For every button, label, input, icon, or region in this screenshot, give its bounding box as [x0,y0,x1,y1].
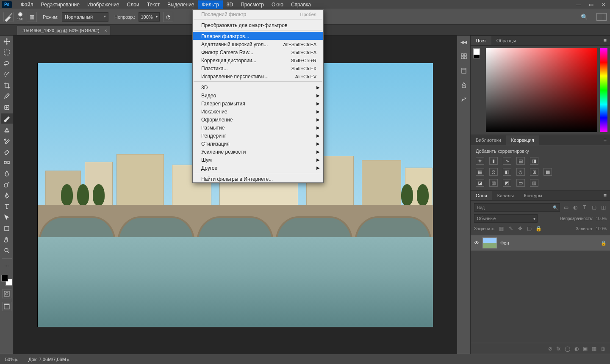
adj-selective-icon[interactable]: ▥ [530,179,538,187]
delete-layer-icon[interactable]: 🗑 [601,346,606,352]
adj-bw-icon[interactable]: ◧ [503,168,511,176]
brushes-panel-icon[interactable] [459,80,469,90]
tab-layers[interactable]: Слои [471,191,492,200]
hand-tool[interactable] [1,234,13,245]
menu-редактирование[interactable]: Редактирование [37,0,83,9]
path-select-tool[interactable] [1,212,13,223]
eraser-tool[interactable] [1,146,13,157]
history-panel-icon[interactable] [459,52,469,61]
collapse-panels-icon[interactable]: ◀◀ [459,37,469,47]
gradient-tool[interactable] [1,157,13,168]
adjust-panel-menu-icon[interactable]: ≡ [600,137,610,143]
tab-libraries[interactable]: Библиотеки [471,135,506,145]
filter-shape-icon[interactable]: ▢ [591,204,597,211]
fill-value[interactable]: 100% [596,226,607,231]
menu-item[interactable]: Другое▶ [193,163,323,171]
tab-paths[interactable]: Контуры [519,191,547,200]
tab-channels[interactable]: Каналы [492,191,519,200]
eyedropper-tool[interactable] [1,91,13,102]
new-layer-icon[interactable]: ▥ [592,346,596,352]
menu-item[interactable]: Искажение▶ [193,107,323,115]
adj-mixer-icon[interactable]: ⊞ [530,168,538,176]
tab-adjustments[interactable]: Коррекция [506,135,539,145]
tab-color[interactable]: Цвет [471,36,491,45]
brush-tool[interactable] [1,113,13,124]
menu-текст[interactable]: Текст [143,0,164,9]
magic-wand-tool[interactable] [1,69,13,80]
brush-panel-toggle[interactable]: ▥ [27,12,37,22]
properties-panel-icon[interactable] [459,66,469,75]
menu-item[interactable]: Исправление перспективы...Alt+Ctrl+V [193,72,323,80]
crop-tool[interactable] [1,80,13,91]
filter-image-icon[interactable]: ▭ [563,204,569,211]
menu-item[interactable]: Видео▶ [193,91,323,99]
blend-mode-select[interactable]: Нормальный [62,12,108,22]
menu-item[interactable]: Адаптивный широкий угол...Alt+Shift+Ctrl… [193,40,323,48]
menu-изображение[interactable]: Изображение [83,0,123,9]
lock-all-icon[interactable]: 🔒 [535,225,542,232]
blend-mode-layers[interactable]: Обычные [474,214,538,223]
pen-tool[interactable] [1,190,13,201]
minimize-button[interactable]: — [572,0,585,9]
brush-preview[interactable]: 150 [17,12,23,21]
menu-item[interactable]: Оформление▶ [193,115,323,123]
menu-item[interactable]: Преобразовать для смарт-фильтров [193,21,323,29]
tab-swatches[interactable]: Образцы [491,36,521,45]
link-layers-icon[interactable]: ⊘ [548,346,552,352]
layer-opacity-value[interactable]: 100% [596,216,607,221]
close-tab-icon[interactable]: × [104,28,107,33]
filter-smart-icon[interactable]: ◫ [600,204,607,211]
tool-preset-icon[interactable] [3,12,14,22]
lock-pixels-icon[interactable]: ▦ [498,225,505,232]
color-fgbg-mini[interactable] [473,48,483,132]
history-brush-tool[interactable] [1,135,13,146]
menu-фильтр[interactable]: Фильтр [198,0,223,9]
lock-position-icon[interactable]: ✎ [507,225,514,232]
menu-item[interactable]: Пластика...Shift+Ctrl+X [193,64,323,72]
hue-slider[interactable] [600,48,607,132]
search-icon[interactable]: 🔍 [581,14,588,20]
menu-item[interactable]: 3D▶ [193,83,323,91]
new-adjust-icon[interactable]: ◐ [574,346,579,352]
marquee-tool[interactable] [1,47,13,58]
menu-item[interactable]: Стилизация▶ [193,139,323,147]
adj-gradmap-icon[interactable]: ▭ [516,179,525,187]
adj-vibrance-icon[interactable]: ◨ [530,157,538,165]
zoom-tool[interactable] [1,245,13,256]
adj-threshold-icon[interactable]: ◩ [503,179,511,187]
filter-adjust-icon[interactable]: ◐ [572,204,579,211]
edit-toolbar-icon[interactable]: ⋯ [1,261,13,271]
layer-mask-icon[interactable]: ◯ [565,346,570,352]
lock-move-icon[interactable]: ✥ [517,225,524,232]
close-button[interactable]: ✕ [597,0,610,9]
menu-item[interactable]: Галерея фильтров... [193,32,323,40]
lock-artboard-icon[interactable]: ▢ [526,225,533,232]
adj-balance-icon[interactable]: ⚖ [489,168,498,176]
menu-item[interactable]: Шум▶ [193,155,323,163]
pressure-opacity-icon[interactable]: ◔ [163,12,173,22]
adj-invert-icon[interactable]: ◪ [476,179,484,187]
filter-type-icon[interactable]: T [581,204,588,211]
layer-filter-select[interactable]: Вид [474,203,560,212]
opacity-input[interactable]: 100%▾ [139,12,160,22]
layer-thumbnail[interactable] [482,237,497,248]
layer-row[interactable]: 👁 Фон 🔒 [471,235,610,251]
menu-item[interactable]: Галерея размытия▶ [193,99,323,107]
menu-выделение[interactable]: Выделение [164,0,198,9]
menu-item[interactable]: Фильтр Camera Raw...Shift+Ctrl+A [193,48,323,56]
menu-файл[interactable]: Файл [17,0,37,9]
doc-info[interactable]: Док: 7,06M/7,06M▶ [28,357,70,362]
type-tool[interactable] [1,201,13,212]
blur-tool[interactable] [1,168,13,179]
new-group-icon[interactable]: ▣ [583,346,588,352]
visibility-icon[interactable]: 👁 [474,240,479,246]
color-field[interactable] [486,48,597,132]
menu-3d[interactable]: 3D [223,0,237,9]
adj-levels-icon[interactable]: ▮ [489,157,498,165]
layers-panel-menu-icon[interactable]: ≡ [600,192,610,199]
dodge-tool[interactable] [1,179,13,190]
color-swatches[interactable] [1,275,12,286]
adj-brightness-icon[interactable]: ☀ [476,157,484,165]
healing-tool[interactable] [1,102,13,113]
lasso-tool[interactable] [1,58,13,69]
